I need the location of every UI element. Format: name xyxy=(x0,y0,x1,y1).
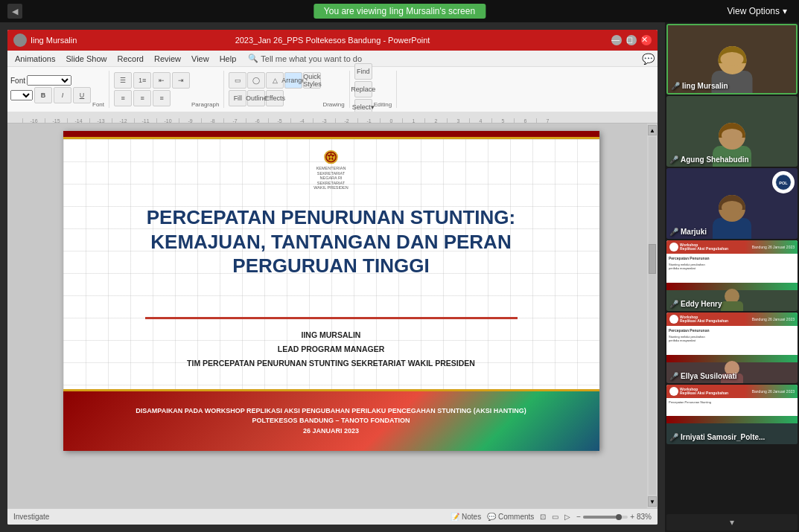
logo-star-svg xyxy=(316,150,346,164)
editing-label: Editing xyxy=(374,101,392,108)
panel-scroll-down-btn[interactable]: ▾ xyxy=(666,514,798,531)
scroll-up-btn[interactable]: ▲ xyxy=(648,125,657,135)
participant-tile-ellya: WorkshopReplikasi Aksi Pengubahan Bandun… xyxy=(666,313,798,383)
participant-name-text-marjuki: Marjuki xyxy=(681,228,707,236)
ws-mini-date-eddy: Bandung 26 Januari 2023 xyxy=(752,245,795,249)
ws-mini-logo-irniyati xyxy=(669,387,678,396)
collapse-button[interactable]: ◀ xyxy=(7,4,22,19)
normal-view-btn[interactable]: ▭ xyxy=(552,513,558,521)
font-group: Font B I U Font xyxy=(10,71,109,108)
scroll-thumb[interactable] xyxy=(649,244,656,274)
statusbar-right: 📝 Notes 💬 Comments ⊡ ▭ ▷ − xyxy=(451,513,652,521)
ruler-mark: 7 xyxy=(536,118,558,123)
mic-icon-iing: 🎤 xyxy=(671,82,680,90)
zoom-bar: − + 83% xyxy=(576,513,652,521)
ellya-workshop-slide: WorkshopReplikasi Aksi Pengubahan Bandun… xyxy=(666,313,798,362)
arrange-btn[interactable]: Arrange xyxy=(284,72,302,89)
shape-btn-1[interactable]: ▭ xyxy=(229,72,246,89)
font-selector[interactable] xyxy=(27,75,71,86)
notes-icon: 📝 xyxy=(451,513,459,521)
participant-name-text-iing: Iing Mursalin xyxy=(682,82,728,90)
menu-review[interactable]: Review xyxy=(150,53,185,65)
menu-animations[interactable]: Animations xyxy=(10,53,60,65)
shape-btn-2[interactable]: ◯ xyxy=(247,72,265,89)
bottom-text-line3: 26 JANUARI 2023 xyxy=(303,426,359,437)
slide-top-border xyxy=(63,131,599,137)
align-center-btn[interactable]: ≡ xyxy=(133,90,151,106)
ruler-mark: 1 xyxy=(402,118,424,123)
ruler-mark: -16 xyxy=(22,118,45,123)
comments-label: Comments xyxy=(498,513,534,521)
top-bar: ◀ You are viewing Iing Mursalin's screen… xyxy=(0,0,799,22)
zoom-slider[interactable] xyxy=(583,516,628,519)
align-left-btn[interactable]: ≡ xyxy=(114,90,132,106)
numbering-btn[interactable]: 1≡ xyxy=(133,72,151,89)
indent-less-btn[interactable]: ⇤ xyxy=(153,72,171,89)
ws-mini-date-ellya: Bandung 26 Januari 2023 xyxy=(752,317,795,321)
comments-btn[interactable]: 💬 Comments xyxy=(487,513,534,521)
bold-btn[interactable]: B xyxy=(34,87,52,103)
search-placeholder: Tell me what you want to do xyxy=(261,54,362,63)
slide-presenter-info: IING MURSALIN LEAD PROGRAM MANAGER TIM P… xyxy=(86,328,577,371)
italic-btn[interactable]: I xyxy=(54,87,71,103)
shape-outline-btn[interactable]: Outline xyxy=(247,90,265,106)
slide-red-divider xyxy=(145,317,518,319)
indent-more-btn[interactable]: ⇥ xyxy=(172,72,190,89)
editing-group: Find Replace Select▾ Editing xyxy=(354,71,397,108)
presenter-role: LEAD PROGRAM MANAGER xyxy=(86,342,577,356)
view-options-button[interactable]: View Options ▾ xyxy=(723,4,792,18)
ruler-mark: -12 xyxy=(112,118,134,123)
underline-btn[interactable]: U xyxy=(73,87,91,103)
font-size-selector[interactable] xyxy=(10,90,33,100)
minimize-button[interactable]: — xyxy=(611,35,622,45)
notes-label: Notes xyxy=(462,513,481,521)
quick-styles-btn[interactable]: QuickStyles xyxy=(303,72,321,89)
close-button[interactable]: ✕ xyxy=(641,35,652,45)
search-bar[interactable]: 🔍 Tell me what you want to do xyxy=(248,54,362,63)
statusbar-investigate: Investigate xyxy=(13,513,49,521)
zoom-out-btn[interactable]: − xyxy=(576,513,581,521)
scroll-down-btn[interactable]: ▼ xyxy=(648,496,657,507)
notes-btn[interactable]: 📝 Notes xyxy=(451,513,481,521)
participant-tile-irniyati: WorkshopReplikasi Aksi Pengubahan Bandun… xyxy=(666,385,798,444)
ws-mini-title-ellya: WorkshopReplikasi Aksi Pengubahan xyxy=(680,315,728,324)
shape-effects-btn[interactable]: Effects xyxy=(266,90,284,106)
ruler-mark: 3 xyxy=(447,118,469,123)
slide-scrollbar-vertical[interactable]: ▲ ▼ xyxy=(647,124,658,508)
ppt-username: Iing Mursalin xyxy=(31,36,77,45)
marjuki-logo: POL xyxy=(772,171,795,193)
ppt-title: 2023_Jan 26_PPS Poltekesos Bandung - Pow… xyxy=(235,36,430,45)
menu-slideshow[interactable]: Slide Show xyxy=(61,53,111,65)
participant-name-agung: 🎤 Agung Shehabudin xyxy=(669,156,749,164)
menu-view[interactable]: View xyxy=(187,53,214,65)
font-name: Font xyxy=(10,77,25,85)
ws-mini-header-eddy: WorkshopReplikasi Aksi Pengubahan Bandun… xyxy=(666,240,798,254)
ruler-mark: -10 xyxy=(156,118,179,123)
ppt-menu-bar: Animations Slide Show Record Review View… xyxy=(7,51,658,67)
ruler-mark: -13 xyxy=(89,118,112,123)
ruler-marks: -16 -15 -14 -13 -12 -11 -10 -9 -8 -7 -6 … xyxy=(7,112,658,123)
zoom-thumb[interactable] xyxy=(616,514,622,520)
slideshow-view-btn[interactable]: ▷ xyxy=(564,513,570,521)
menu-help[interactable]: Help xyxy=(215,53,241,65)
ws-mini-logo-eddy xyxy=(669,243,678,251)
ruler-mark: 2 xyxy=(424,118,447,123)
comment-icon[interactable]: 💬 xyxy=(642,53,655,65)
ppt-toolbar: Font B I U Font xyxy=(7,67,658,112)
participant-name-irniyati: 🎤 Irniyati Samosir_Polte... xyxy=(669,433,765,441)
ruler-mark: -15 xyxy=(45,118,67,123)
align-right-btn[interactable]: ≡ xyxy=(153,90,171,106)
bullets-btn[interactable]: ☰ xyxy=(114,72,132,89)
find-btn[interactable]: Find xyxy=(354,63,372,80)
user-avatar xyxy=(13,33,27,47)
ruler-mark: -4 xyxy=(290,118,313,123)
fit-view-btn[interactable]: ⊡ xyxy=(540,513,546,521)
restore-button[interactable]: ◻ xyxy=(626,35,637,45)
participant-name-ellya: 🎤 Ellya Susilowati xyxy=(669,372,737,380)
presentation-slide: KEMENTERIAN SEKRETARIAT NEGARA RISEKRETA… xyxy=(63,131,599,451)
shape-fill-btn[interactable]: Fill xyxy=(229,90,246,106)
replace-btn[interactable]: Replace xyxy=(354,81,372,97)
ruler-mark: -5 xyxy=(268,118,290,123)
menu-record[interactable]: Record xyxy=(112,53,147,65)
zoom-in-btn[interactable]: + xyxy=(630,513,634,521)
